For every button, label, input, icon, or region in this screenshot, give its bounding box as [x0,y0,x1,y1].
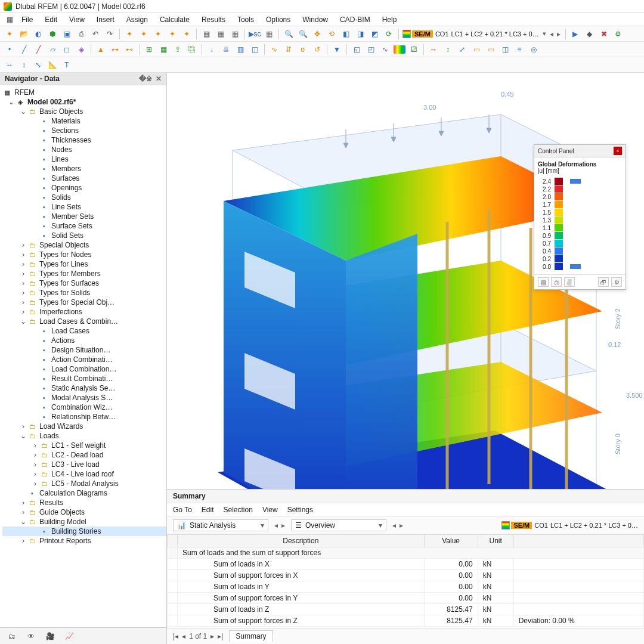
tree-node[interactable]: ▪Openings [2,183,166,193]
tree-node[interactable]: ▪Modal Analysis S… [2,393,166,402]
close-icon[interactable]: × [614,147,622,155]
clip-icon[interactable]: ◫ [499,44,511,55]
run-icon[interactable]: ▶ [569,28,581,40]
transparency-icon[interactable]: ◎ [528,44,540,55]
nav-tab-display-icon[interactable]: 👁 [24,630,38,642]
tree-node[interactable]: ▪Relationship Betw… [2,412,166,422]
zoom-fit-icon[interactable]: 🔍 [283,28,295,40]
pin-icon[interactable]: �※ [139,75,152,83]
tree-node[interactable]: ›🗀Types for Nodes [2,250,166,259]
summary-menu-edit[interactable]: Edit [202,506,214,514]
new-icon[interactable]: ✦ [4,28,16,40]
tree-node[interactable]: ▪Thicknesses [2,135,166,145]
cp-apply-icon[interactable]: 🗗 [598,277,609,287]
tree-node[interactable]: ›🗀LC1 - Self weight [2,441,166,450]
collapse-icon[interactable]: ⌄ [19,107,27,116]
menu-assign[interactable]: Assign [120,14,154,25]
table-b-icon[interactable]: ▦ [215,28,227,40]
menu-options[interactable]: Options [260,14,296,25]
tree-node[interactable]: ▪Solids [2,193,166,202]
res-force-icon[interactable]: ⇵ [283,44,295,55]
summary-menu-go-to[interactable]: Go To [173,506,192,514]
navigator-tree[interactable]: ▦RFEM ⌄◈Model 002.rf6* ⌄🗀Basic Objects▪M… [0,85,166,627]
layer-icon[interactable]: ≡ [513,44,525,55]
table-row[interactable]: Sum of loads in Y 0.00 kN [168,581,644,593]
save-icon[interactable]: ▣ [61,28,73,40]
res-stress-icon[interactable]: σ [297,44,309,55]
load-combo-selector[interactable]: SE/M CO1 LC1 + LC2 + 0.21 * LC3 + 0… ▾ [402,29,546,39]
expand-icon[interactable]: › [31,470,39,478]
collapse-icon[interactable]: ⌄ [7,98,16,106]
expand-icon[interactable]: › [31,441,39,450]
tree-node[interactable]: ▪Members [2,164,166,174]
expand-icon[interactable]: › [19,308,27,316]
front-view-icon[interactable]: ◰ [365,44,377,55]
step5-icon[interactable]: ✦ [181,28,193,40]
palette-icon[interactable] [394,45,405,54]
expand-icon[interactable]: › [31,451,39,459]
result-nav[interactable]: ◂▸ [391,521,404,530]
tree-node[interactable]: ⌄🗀Loads [2,431,166,441]
tree-node[interactable]: ▪Nodes [2,145,166,154]
result-type-selector[interactable]: ☰ Overview ▾ [291,519,386,531]
tree-node[interactable]: ▪Calculation Diagrams [2,488,166,498]
support-icon[interactable]: ▲ [95,44,107,55]
zoom-window-icon[interactable]: 🔍 [297,28,309,40]
tree-node[interactable]: ▪Line Sets [2,202,166,212]
nav-tab-views-icon[interactable]: 🎥 [43,630,57,642]
expand-icon[interactable]: › [19,241,27,249]
tree-node[interactable]: ›🗀LC5 - Modal Analysis [2,479,166,488]
load-node-icon[interactable]: ↓ [206,44,218,55]
summary-tab[interactable]: Summary [229,630,273,642]
pan-icon[interactable]: ✥ [311,28,323,40]
tree-node[interactable]: ▪Static Analysis Se… [2,383,166,393]
scale-handle-icon[interactable] [570,264,581,269]
cp-tab-colors-icon[interactable]: ▤ [538,277,549,287]
col-header[interactable]: Description [178,535,425,547]
step3-icon[interactable]: ✦ [152,28,164,40]
z-axis-icon[interactable]: ⤢ [456,44,468,55]
dice-icon[interactable]: ⚂ [408,44,420,55]
menu-window[interactable]: Window [296,14,334,25]
design-icon[interactable]: ◆ [584,28,596,40]
anim-icon[interactable]: ∿ [379,44,391,55]
combo-nav[interactable]: ◂▸ [549,30,562,38]
cp-settings-icon[interactable]: ⚙ [611,277,622,287]
step1-icon[interactable]: ✦ [123,28,135,40]
res-deform-icon[interactable]: ∿ [268,44,280,55]
iso-view-icon[interactable]: ◱ [351,44,363,55]
rotate-icon[interactable]: ⟲ [326,28,338,40]
nav-tab-results-icon[interactable]: 📈 [62,630,76,642]
tree-node[interactable]: ›🗀LC3 - Live load [2,460,166,469]
load-line-icon[interactable]: ⇊ [220,44,232,55]
load-area-icon[interactable]: ▥ [234,44,246,55]
text-icon[interactable]: T [61,59,73,71]
tree-node[interactable]: ›🗀Types for Surfaces [2,278,166,288]
tree-node[interactable]: ▪Lines [2,154,166,164]
table-row[interactable]: Sum of loads in X 0.00 kN [168,559,644,570]
collapse-icon[interactable]: ⌄ [19,432,27,440]
scale-handle-icon[interactable] [570,179,581,184]
table-row[interactable]: Sum of support forces in X 0.00 kN [168,570,644,581]
redo-icon[interactable]: ↷ [104,28,116,40]
menu-view[interactable]: View [63,14,91,25]
menu-insert[interactable]: Insert [91,14,120,25]
section-b-icon[interactable]: ▭ [485,44,497,55]
x-axis-icon[interactable]: ↔ [428,44,439,55]
filter-icon[interactable]: ▼ [331,44,343,55]
node-icon[interactable]: • [4,44,16,55]
pager[interactable]: |◂◂ 1 of 1 ▸▸| [173,632,223,640]
y-axis-icon[interactable]: ↕ [442,44,454,55]
view-c-icon[interactable]: ◩ [369,28,380,40]
col-header[interactable]: Value [424,535,478,547]
col-header[interactable]: Unit [478,535,513,547]
tree-node[interactable]: ▪Actions [2,336,166,345]
expand-icon[interactable]: › [19,260,27,268]
tree-node[interactable]: ›🗀Types for Special Obj… [2,298,166,307]
delete-icon[interactable]: ✖ [598,28,610,40]
control-panel[interactable]: Control Panel × Global Deformations |u| … [534,144,626,290]
open-icon[interactable]: 📂 [18,28,30,40]
cp-tab-factors-icon[interactable]: ⚖ [551,277,562,287]
extrude-icon[interactable]: ⇪ [172,44,184,55]
tree-node[interactable]: ▪Surface Sets [2,221,166,231]
